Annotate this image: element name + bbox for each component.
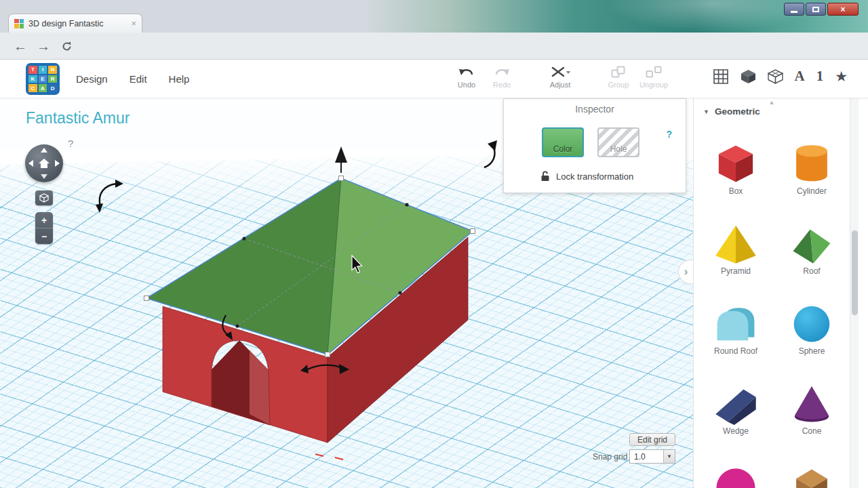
shape-item-roof[interactable]: Roof: [774, 212, 850, 292]
maximize-icon: [812, 7, 819, 12]
shape-item-wedge[interactable]: Wedge: [698, 372, 774, 452]
menu-help[interactable]: Help: [169, 73, 190, 85]
logo-tile: T: [28, 66, 37, 74]
minimize-icon: [791, 11, 797, 13]
app-menu: Design Edit Help: [76, 60, 189, 98]
scale-handle[interactable]: [339, 176, 344, 181]
cone-shape-icon: [787, 382, 837, 425]
design-canvas[interactable]: Fantastic Amur ? + −: [0, 98, 693, 488]
scale-handle[interactable]: [471, 229, 475, 234]
rotate-handle-left-icon[interactable]: [96, 180, 123, 213]
tab-favicon-icon: [14, 19, 24, 28]
screen: 3D design Fantastic × × ← → https://tink…: [0, 0, 868, 488]
snap-grid-dropdown[interactable]: 1.0 ▼: [629, 449, 675, 464]
solid-box-icon[interactable]: [741, 68, 756, 84]
lock-transformation-toggle[interactable]: Lock transformation: [540, 171, 633, 182]
rotate-handle-top-icon[interactable]: [484, 140, 497, 167]
minimize-button[interactable]: [784, 3, 804, 16]
sphere-shape-icon: [787, 302, 837, 345]
shape-item-pyramid[interactable]: Pyramid: [698, 212, 774, 292]
window-controls: ×: [784, 3, 859, 16]
inspector-help-icon[interactable]: ?: [666, 129, 672, 140]
workplane-grid-icon[interactable]: [713, 68, 729, 85]
geometric-section-header[interactable]: ▼ Geometric: [703, 106, 760, 117]
adjust-icon: [550, 65, 570, 79]
roof-shape-icon: [787, 222, 837, 265]
logo-tile: E: [39, 75, 47, 83]
undo-button[interactable]: Undo: [449, 65, 484, 89]
mesh-box-icon[interactable]: [768, 68, 783, 84]
favorites-star-icon[interactable]: ★: [835, 68, 848, 85]
logo-tile: I: [39, 66, 47, 74]
scroll-up-arrow-icon[interactable]: ▲: [694, 99, 850, 106]
number-1-icon[interactable]: 1: [816, 68, 824, 85]
hole-swatch-button[interactable]: Hole: [597, 127, 639, 157]
raise-handle-icon[interactable]: [335, 146, 347, 173]
logo-tile: K: [28, 75, 37, 83]
shape-grid: Box Cylinder Pyramid: [698, 132, 850, 488]
scale-handle[interactable]: [326, 352, 330, 357]
scale-handle[interactable]: [144, 296, 149, 301]
shape-item-torus[interactable]: [698, 452, 774, 488]
logo-tile: D: [48, 84, 57, 92]
edit-grid-button[interactable]: Edit grid: [629, 433, 675, 446]
undo-icon: [458, 65, 475, 79]
shape-item-hex-prism[interactable]: [774, 452, 850, 488]
box-shape-icon: [711, 142, 761, 185]
snap-grid-label: Snap grid: [593, 452, 627, 462]
dropdown-arrow-icon: ▼: [663, 450, 675, 463]
ungroup-icon: [646, 65, 662, 79]
shape-item-cone[interactable]: Cone: [774, 372, 850, 452]
inspector-title: Inspector: [504, 104, 686, 115]
shape-item-box[interactable]: Box: [698, 132, 774, 212]
letter-a-icon[interactable]: A: [795, 68, 805, 85]
sidebar-scrollbar[interactable]: [850, 98, 859, 488]
maximize-button[interactable]: [806, 3, 826, 16]
header-icon-bar: A 1 ★: [713, 68, 848, 85]
round-roof-shape-icon: [711, 302, 761, 345]
shape-item-sphere[interactable]: Sphere: [774, 292, 850, 372]
padlock-icon: [540, 171, 550, 182]
logo-tile: C: [28, 84, 37, 92]
group-button[interactable]: Group: [601, 65, 636, 89]
logo-tile: N: [48, 66, 57, 74]
snap-grid-value: 1.0: [630, 452, 663, 462]
tinkercad-header: TIN KER CAD Design Edit Help Undo Redo: [0, 60, 868, 98]
color-swatch-button[interactable]: Color: [542, 127, 584, 157]
forward-button[interactable]: →: [34, 33, 53, 60]
tab-title: 3D design Fantastic: [28, 19, 126, 28]
shape-item-round-roof[interactable]: Round Roof: [698, 292, 774, 372]
reload-icon: [61, 41, 73, 52]
shape-item-cylinder[interactable]: Cylinder: [774, 132, 850, 212]
snap-tick-marks: [315, 454, 343, 460]
shape-library-sidebar: ▲ ▼ Geometric Box Cylinder: [693, 98, 868, 488]
redo-button[interactable]: Redo: [484, 65, 519, 89]
back-button[interactable]: ←: [11, 33, 30, 60]
redo-icon: [494, 65, 510, 79]
cylinder-shape-icon: [787, 142, 837, 185]
logo-tile: A: [39, 84, 47, 92]
close-button[interactable]: ×: [827, 3, 859, 16]
house-model[interactable]: [146, 178, 473, 443]
edit-tools: Undo Redo Adjust: [449, 65, 671, 89]
menu-edit[interactable]: Edit: [130, 73, 147, 85]
torus-shape-icon: [711, 462, 761, 488]
scrollbar-thumb[interactable]: [852, 230, 858, 315]
wedge-shape-icon: [711, 382, 761, 425]
reload-button[interactable]: [57, 33, 76, 60]
browser-titlebar: 3D design Fantastic × ×: [0, 0, 868, 33]
section-caret-icon: ▼: [703, 108, 709, 115]
hex-prism-shape-icon: [787, 462, 837, 488]
tab-close-icon[interactable]: ×: [131, 19, 136, 28]
pyramid-shape-icon: [711, 222, 761, 265]
adjust-button[interactable]: Adjust: [542, 65, 578, 89]
browser-toolbar: ← → https://tinkercad.com/things/bbhwOIb…: [0, 33, 868, 60]
ungroup-button[interactable]: Ungroup: [636, 65, 671, 89]
logo-tile: R: [48, 75, 57, 83]
group-icon: [611, 65, 626, 79]
inspector-panel: Inspector Color Hole ? Lock transformati…: [503, 98, 686, 193]
tinkercad-logo[interactable]: TIN KER CAD: [26, 63, 60, 95]
browser-tab[interactable]: 3D design Fantastic ×: [8, 14, 142, 33]
menu-design[interactable]: Design: [76, 73, 108, 85]
